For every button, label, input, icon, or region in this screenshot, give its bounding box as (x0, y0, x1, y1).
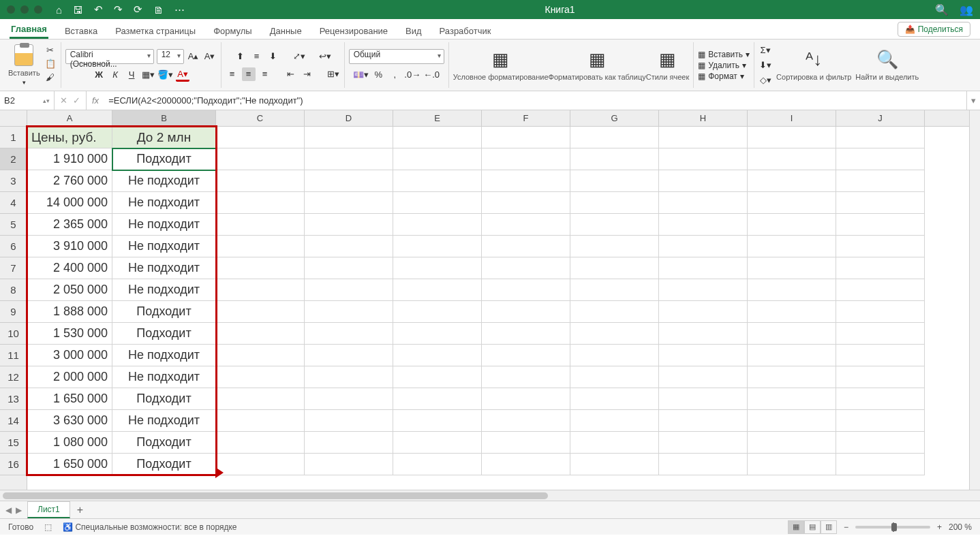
cell-F7[interactable] (482, 257, 570, 279)
paste-button[interactable]: Вставить ▾ (8, 44, 40, 85)
cell-C14[interactable] (216, 410, 305, 432)
cell-J2[interactable] (836, 148, 925, 170)
row-header-15[interactable]: 15 (0, 432, 27, 454)
page-layout-icon[interactable]: ▤ (804, 520, 821, 534)
tab-layout[interactable]: Разметка страницы (114, 22, 197, 39)
cell-G14[interactable] (570, 410, 659, 432)
cancel-formula-icon[interactable]: ✕ (60, 95, 67, 106)
row-header-10[interactable]: 10 (0, 323, 27, 345)
close-dot[interactable] (7, 5, 15, 14)
cell-C12[interactable] (216, 366, 305, 388)
redo-icon[interactable]: ↷ (114, 3, 123, 16)
align-middle-icon[interactable]: ≡ (250, 50, 264, 63)
row-header-5[interactable]: 5 (0, 214, 27, 236)
cell-B14[interactable]: Не подходит (112, 410, 216, 432)
window-controls[interactable] (7, 5, 42, 14)
cell-E10[interactable] (393, 323, 482, 345)
cell-B8[interactable]: Не подходит (112, 279, 216, 301)
comma-icon[interactable]: , (388, 68, 401, 82)
cell-J7[interactable] (836, 257, 925, 279)
sort-filter-button[interactable]: ᴬ↓ Сортировка и фильтр (776, 44, 851, 87)
percent-icon[interactable]: % (371, 68, 385, 82)
cell-F1[interactable] (482, 127, 570, 148)
share-icon[interactable]: 👥 (960, 3, 973, 16)
cell-G5[interactable] (570, 214, 659, 236)
cell-C16[interactable] (216, 454, 305, 475)
cell-J8[interactable] (836, 279, 925, 301)
cell-G15[interactable] (570, 432, 659, 454)
cell-A6[interactable]: 3 910 000 (27, 236, 112, 257)
format-painter-icon[interactable]: 🖌 (44, 72, 57, 82)
cell-B6[interactable]: Не подходит (112, 236, 216, 257)
clear-icon[interactable]: ◇▾ (759, 74, 772, 87)
cell-J5[interactable] (836, 214, 925, 236)
cell-C10[interactable] (216, 323, 305, 345)
cell-H12[interactable] (659, 366, 748, 388)
cell-J1[interactable] (836, 127, 925, 148)
cell-I5[interactable] (748, 214, 836, 236)
cell-B16[interactable]: Подходит (112, 454, 216, 475)
cell-E12[interactable] (393, 366, 482, 388)
cell-C1[interactable] (216, 127, 305, 148)
fx-label[interactable]: fx (87, 95, 104, 106)
cell-I13[interactable] (748, 388, 836, 410)
align-right-icon[interactable]: ≡ (258, 67, 272, 81)
more-icon[interactable]: ⋯ (174, 3, 185, 16)
cell-F10[interactable] (482, 323, 570, 345)
cell-E3[interactable] (393, 170, 482, 192)
undo-icon[interactable]: ↶ (94, 3, 103, 16)
cell-F8[interactable] (482, 279, 570, 301)
cut-icon[interactable]: ✂ (44, 44, 57, 55)
cell-D14[interactable] (305, 410, 393, 432)
tab-review[interactable]: Рецензирование (318, 22, 389, 39)
tab-home[interactable]: Главная (10, 20, 48, 39)
cell-E7[interactable] (393, 257, 482, 279)
row-header-2[interactable]: 2 (0, 148, 27, 170)
cell-I1[interactable] (748, 127, 836, 148)
cell-D13[interactable] (305, 388, 393, 410)
row-header-6[interactable]: 6 (0, 236, 27, 257)
cell-G12[interactable] (570, 366, 659, 388)
border-button[interactable]: ▦▾ (141, 68, 155, 82)
add-sheet-button[interactable]: + (70, 504, 90, 516)
sheet-tab-1[interactable]: Лист1 (27, 501, 70, 518)
col-header-J[interactable]: J (836, 110, 925, 126)
home-icon[interactable]: ⌂ (56, 4, 62, 16)
row-header-16[interactable]: 16 (0, 454, 27, 475)
cell-D9[interactable] (305, 301, 393, 323)
cell-D5[interactable] (305, 214, 393, 236)
cell-B4[interactable]: Не подходит (112, 192, 216, 214)
fill-color-button[interactable]: 🪣▾ (157, 68, 173, 82)
cell-H9[interactable] (659, 301, 748, 323)
cell-B9[interactable]: Подходит (112, 301, 216, 323)
tab-view[interactable]: Вид (404, 22, 423, 39)
cell-H1[interactable] (659, 127, 748, 148)
cell-I9[interactable] (748, 301, 836, 323)
cell-J6[interactable] (836, 236, 925, 257)
cell-F9[interactable] (482, 301, 570, 323)
cell-G8[interactable] (570, 279, 659, 301)
cell-D7[interactable] (305, 257, 393, 279)
cell-D16[interactable] (305, 454, 393, 475)
cell-C7[interactable] (216, 257, 305, 279)
increase-font-icon[interactable]: A▴ (187, 50, 200, 63)
decrease-decimal-icon[interactable]: ←.0 (423, 68, 440, 82)
cell-B1[interactable]: До 2 млн (112, 127, 216, 148)
share-button[interactable]: 📤 Поделиться (898, 22, 970, 37)
cell-B3[interactable]: Не подходит (112, 170, 216, 192)
print-icon[interactable]: 🗎 (153, 4, 164, 16)
cell-C8[interactable] (216, 279, 305, 301)
cell-C5[interactable] (216, 214, 305, 236)
wrap-text-icon[interactable]: ↩▾ (318, 50, 332, 63)
align-left-icon[interactable]: ≡ (226, 67, 239, 81)
cell-H13[interactable] (659, 388, 748, 410)
cell-I7[interactable] (748, 257, 836, 279)
cell-B7[interactable]: Не подходит (112, 257, 216, 279)
cell-C9[interactable] (216, 301, 305, 323)
cell-C15[interactable] (216, 432, 305, 454)
decrease-font-icon[interactable]: A▾ (203, 50, 217, 63)
cell-B13[interactable]: Подходит (112, 388, 216, 410)
cell-D3[interactable] (305, 170, 393, 192)
cell-D1[interactable] (305, 127, 393, 148)
cell-G11[interactable] (570, 345, 659, 366)
